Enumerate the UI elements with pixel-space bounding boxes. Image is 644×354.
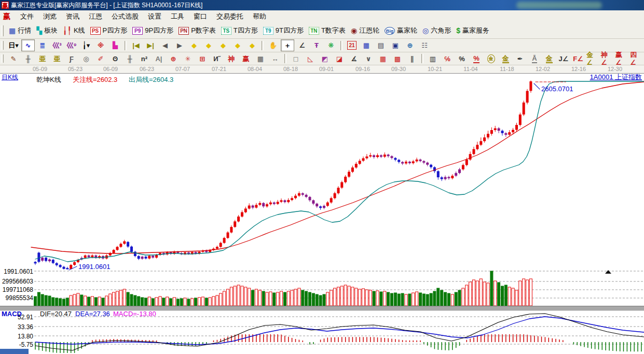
menu-item-trade-order[interactable]: 交易委托 <box>212 10 248 23</box>
histogram-button[interactable]: ▙ <box>108 39 122 51</box>
kline-button[interactable]: ╽╿K线 <box>63 26 85 35</box>
sectors-button[interactable]: ▚板块 <box>36 26 58 35</box>
stats-tool[interactable]: ▥ <box>426 53 440 65</box>
zoom-expand-button[interactable]: ◆ <box>245 39 259 51</box>
zoom-left-button[interactable]: ◆ <box>187 39 201 51</box>
parallel-tool[interactable]: ∥ <box>405 53 419 65</box>
p9-square-button[interactable]: P99P四方形 <box>132 26 173 35</box>
web-button[interactable]: ⊕ <box>403 39 417 51</box>
ruler-tool[interactable]: ╫ <box>21 53 35 65</box>
winner-wheel-button[interactable]: Big赢家轮 <box>385 26 417 35</box>
wave-tool[interactable]: ∨ <box>362 53 375 65</box>
menu-item-settings[interactable]: 设置 <box>143 10 166 23</box>
grid-box-tool[interactable]: ▦ <box>376 53 390 65</box>
n-mark-tool[interactable]: И˝ <box>210 53 224 65</box>
toolbar-grip[interactable] <box>1 54 4 63</box>
candle-style-selector[interactable]: ╽▾ <box>79 39 93 51</box>
p-number-table-button[interactable]: PNP数字表 <box>179 26 216 35</box>
zoom-hsplit-button[interactable]: ◆ <box>216 39 230 51</box>
hash-ruler-tool[interactable]: ╫ <box>123 53 136 65</box>
percent-under-tool[interactable]: % <box>470 53 483 65</box>
win-angle-tool[interactable]: 赢∠ <box>615 53 628 65</box>
nav-last-button[interactable]: ▶| <box>144 39 157 51</box>
box-frame-tool[interactable]: ◻ <box>289 53 303 65</box>
zoom-compress-button[interactable]: ◆ <box>231 39 244 51</box>
percent-tool[interactable]: % <box>455 53 469 65</box>
measure-tool[interactable]: ↔ <box>268 53 282 65</box>
t9-square-button[interactable]: T99T四方形 <box>263 26 304 35</box>
spiral-tool[interactable]: ◎ <box>79 53 93 65</box>
shen-tool[interactable]: 神 <box>225 53 238 65</box>
nav-next-button[interactable]: ▶ <box>173 39 186 51</box>
crosshair-tool-button[interactable]: ＋ <box>281 39 294 51</box>
menu-item-gann[interactable]: 江恩 <box>84 10 107 23</box>
toolbar-grip[interactable] <box>1 41 4 50</box>
fan-lines-tool[interactable]: ◺ <box>304 53 317 65</box>
zoom-right-button[interactable]: ◆ <box>202 39 215 51</box>
quotes-button[interactable]: ▦行情 <box>9 26 31 35</box>
a-line-tool[interactable]: A| <box>152 53 166 65</box>
a-channel-tool[interactable]: Ā <box>528 53 541 65</box>
t-number-table-button[interactable]: TNT数字表 <box>309 26 346 35</box>
gold-line2-tool[interactable]: 金 <box>542 53 556 65</box>
winner-service-button[interactable]: $赢家服务 <box>456 26 489 35</box>
gann-t-tool-button[interactable]: Ŧ <box>310 39 323 51</box>
p-square-button[interactable]: PSP四方形 <box>90 26 128 35</box>
print-button[interactable]: ☷ <box>418 39 431 51</box>
circle-cross-tool[interactable]: ⊕ <box>167 53 180 65</box>
win-tool[interactable]: 赢 <box>239 53 253 65</box>
calendar-button[interactable]: 21 <box>345 39 359 51</box>
menu-item-help[interactable]: 帮助 <box>248 10 271 23</box>
clock-tool[interactable]: ʘ <box>108 53 122 65</box>
menu-item-browse[interactable]: 浏览 <box>38 10 61 23</box>
j-angle-tool[interactable]: J∠ <box>557 53 570 65</box>
wave-9-button[interactable]: 巛⁹ <box>65 39 78 51</box>
nav-prev-button[interactable]: ◀ <box>158 39 172 51</box>
star-web-tool[interactable]: ✳ <box>181 53 195 65</box>
info-panel-button[interactable]: ≣ <box>36 39 49 51</box>
zigzag-chart-button[interactable]: ∿ <box>21 39 35 51</box>
n-square-tool[interactable]: n² <box>138 53 151 65</box>
draw-pen-tool[interactable]: ✎ <box>7 53 20 65</box>
gold-line-tool[interactable]: 金 <box>499 53 512 65</box>
period-day-selector[interactable]: 日▾ <box>7 39 20 51</box>
notes-button[interactable]: ▤ <box>374 39 388 51</box>
menu-item-window[interactable]: 窗口 <box>189 10 212 23</box>
percent-line-tool[interactable]: ℅ <box>441 53 454 65</box>
menu-item-news[interactable]: 资讯 <box>61 10 84 23</box>
menu-item-formula-stock-pick[interactable]: 公式选股 <box>107 10 143 23</box>
save-button[interactable]: ▣ <box>389 39 402 51</box>
gann-wheel-button[interactable]: ◉江恩轮 <box>351 26 379 35</box>
f-grid-tool[interactable]: Ƒ <box>65 53 78 65</box>
toolbar-grip[interactable] <box>1 25 4 36</box>
symbol-label[interactable]: 1A0001 上证指数 <box>590 73 642 82</box>
grid-box2-tool[interactable]: ▩ <box>391 53 404 65</box>
box-fan2-tool[interactable]: ◪ <box>333 53 346 65</box>
menu-item-tools[interactable]: 工具 <box>166 10 189 23</box>
nav-first-button[interactable]: |◀ <box>129 39 143 51</box>
gann-grid-gold-2[interactable]: 亜 <box>50 53 64 65</box>
menu-item-file[interactable]: 文件 <box>16 10 38 23</box>
angle-tool-button[interactable]: ∠ <box>295 39 309 51</box>
gold-angle-tool[interactable]: 金∠ <box>586 53 599 65</box>
hexagon-button[interactable]: ◎六角形 <box>422 26 451 35</box>
gold-circle-tool[interactable]: 金 <box>484 53 498 65</box>
pattern-red-button[interactable]: ※ <box>94 39 107 51</box>
ruler-123-tool[interactable]: ▦ <box>254 53 267 65</box>
brush-tool[interactable]: ✒ <box>513 53 527 65</box>
f-angle-tool[interactable]: F∠ <box>571 53 585 65</box>
four-angle-tool[interactable]: 四∠ <box>629 53 643 65</box>
red-pen-tool[interactable]: ✐ <box>94 53 107 65</box>
box-fan-tool[interactable]: ◩ <box>318 53 332 65</box>
gann-grid-gold-1[interactable]: 亜 <box>36 53 49 65</box>
shen-angle-tool[interactable]: 神∠ <box>600 53 614 65</box>
period-label[interactable]: 日K线 <box>2 73 18 82</box>
hand-tool-button[interactable]: ✋ <box>266 39 280 51</box>
angle-rays-tool[interactable]: ∡ <box>347 53 361 65</box>
pattern-tool-button[interactable]: ❋ <box>324 39 338 51</box>
calculator-button[interactable]: ▦ <box>360 39 373 51</box>
wave-3-button[interactable]: 巛³ <box>50 39 64 51</box>
box-web-tool[interactable]: ⊞ <box>196 53 209 65</box>
macd-indicator-label[interactable]: MACD <box>2 310 22 318</box>
t-square-button[interactable]: TST四方形 <box>221 26 258 35</box>
